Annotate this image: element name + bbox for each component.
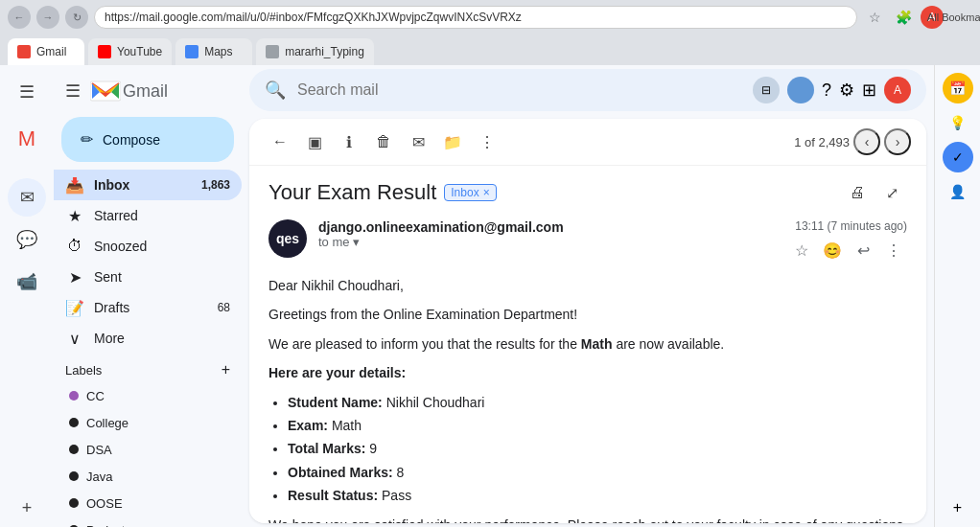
- sidebar-item-more[interactable]: ∨ More: [54, 323, 242, 354]
- move-to-button[interactable]: 📁: [437, 126, 468, 157]
- tab-youtube-label: YouTube: [117, 45, 162, 58]
- to-me-text: to me: [318, 235, 350, 249]
- starred-icon: ★: [65, 207, 84, 225]
- user-avatar[interactable]: A: [884, 77, 911, 103]
- cc-dot: [69, 391, 79, 401]
- inbox-count: 1,863: [201, 178, 230, 192]
- add-apps-icon[interactable]: +: [943, 493, 973, 523]
- email-subject-title: Your Exam Result: [268, 180, 436, 205]
- detail-item-2: Total Marks: 9: [288, 438, 907, 459]
- add-icon[interactable]: +: [8, 489, 46, 527]
- labels-header: Labels +: [65, 361, 230, 378]
- inbox-badge: Inbox ×: [444, 184, 496, 201]
- tab-gmail-label: Gmail: [36, 45, 66, 58]
- next-email-button[interactable]: ›: [884, 128, 911, 155]
- label-dsa-text: DSA: [86, 443, 112, 457]
- meet-icon[interactable]: 📹: [8, 263, 46, 301]
- oose-dot: [69, 498, 79, 508]
- mark-unread-button[interactable]: ✉: [403, 126, 433, 157]
- url-text: https://mail.google.com/mail/u/0/#inbox/…: [105, 11, 847, 24]
- more-message-button[interactable]: ⋮: [880, 237, 907, 264]
- sidebar-hamburger-icon[interactable]: ☰: [61, 77, 84, 105]
- java-dot: [69, 471, 79, 481]
- contacts-icon[interactable]: 👤: [943, 176, 973, 207]
- detail-item-1: Exam: Math: [288, 415, 907, 436]
- label-project-text: Project: [86, 523, 125, 528]
- settings-icon[interactable]: ⚙: [839, 80, 854, 101]
- label-cc[interactable]: CC: [65, 382, 230, 409]
- label-college[interactable]: College: [65, 409, 230, 436]
- drafts-count: 68: [218, 301, 230, 314]
- compose-pencil-icon: ✏: [81, 130, 93, 149]
- line2-suffix: are now available.: [616, 336, 724, 352]
- new-window-button[interactable]: ⤢: [876, 177, 907, 208]
- print-button[interactable]: 🖨: [842, 177, 873, 208]
- reply-button-header[interactable]: ↩: [850, 237, 876, 264]
- mail-nav-icon[interactable]: ✉: [8, 178, 46, 217]
- inbox-badge-close[interactable]: ×: [483, 186, 490, 199]
- label-java-text: Java: [86, 470, 112, 484]
- labels-section: Labels + CC College DSA Java OOSE: [54, 354, 242, 527]
- label-project[interactable]: Project: [65, 516, 230, 527]
- compose-button[interactable]: ✏ Compose: [61, 117, 234, 162]
- starred-label: Starred: [94, 208, 138, 223]
- chat-icon[interactable]: 💬: [8, 220, 46, 259]
- tab-gmail[interactable]: Gmail: [8, 38, 84, 65]
- gmail-text: Gmail: [123, 81, 168, 102]
- search-bar: 🔍 ⊟ ? ⚙ ⊞ A: [249, 69, 926, 111]
- back-to-list-button[interactable]: ←: [265, 126, 295, 157]
- prev-email-button[interactable]: ‹: [853, 128, 880, 155]
- details-header: Here are your details:: [268, 365, 406, 380]
- emoji-react-button[interactable]: 😊: [819, 237, 846, 264]
- sidebar-item-drafts[interactable]: 📝 Drafts 68: [54, 292, 242, 323]
- inbox-icon: 📥: [65, 176, 84, 195]
- subject-actions: 🖨 ⤢: [842, 177, 907, 208]
- calendar-icon[interactable]: 📅: [943, 73, 973, 103]
- help-icon[interactable]: ?: [822, 80, 831, 101]
- label-oose[interactable]: OOSE: [65, 490, 230, 516]
- star-message-button[interactable]: ☆: [788, 237, 815, 264]
- message-meta: django.onlineexamination@gmail.com to me…: [318, 219, 777, 249]
- browser-bar: ← → ↻ https://mail.google.com/mail/u/0/#…: [0, 0, 980, 34]
- snoozed-icon: ⏱: [65, 238, 84, 255]
- sender-to: to me ▾: [318, 235, 777, 249]
- sidebar-item-sent[interactable]: ➤ Sent: [54, 262, 242, 292]
- keep-icon[interactable]: 💡: [943, 107, 973, 138]
- detail-item-4: Result Status: Pass: [288, 485, 907, 506]
- star-icon[interactable]: ☆: [863, 6, 886, 29]
- extensions-icon[interactable]: 🧩: [892, 6, 915, 29]
- archive-button[interactable]: ▣: [299, 126, 330, 157]
- email-subject-area: Your Exam Result Inbox × 🖨 ⤢: [249, 166, 926, 216]
- tasks-icon[interactable]: ✓: [943, 142, 973, 172]
- labels-add-icon[interactable]: +: [222, 361, 230, 378]
- details-list: Student Name: Nikhil Choudhari Exam: Mat…: [288, 392, 907, 507]
- sidebar-item-starred[interactable]: ★ Starred: [54, 200, 242, 231]
- browser-actions: ☆ 🧩 A All Bookmarks: [863, 6, 972, 29]
- forward-button[interactable]: →: [36, 6, 59, 29]
- gmail-sidebar: ☰ Gmail ✏ Compose 📥 Inbox 1,863: [54, 65, 242, 527]
- filter-icon[interactable]: ⊟: [753, 77, 780, 103]
- sidebar-item-inbox[interactable]: 📥 Inbox 1,863: [54, 170, 242, 200]
- tab-typing[interactable]: mararhi_Typing: [256, 38, 374, 65]
- sidebar-item-snoozed[interactable]: ⏱ Snoozed: [54, 231, 242, 262]
- tab-maps[interactable]: Maps: [175, 38, 252, 65]
- reload-button[interactable]: ↻: [65, 6, 88, 29]
- label-dsa[interactable]: DSA: [65, 436, 230, 463]
- url-bar[interactable]: https://mail.google.com/mail/u/0/#inbox/…: [94, 6, 857, 29]
- gmail-logo-icon[interactable]: M: [18, 126, 35, 151]
- search-input[interactable]: [297, 81, 741, 99]
- delete-button[interactable]: 🗑: [368, 126, 399, 157]
- to-dropdown-icon[interactable]: ▾: [353, 235, 360, 249]
- status-indicator: [787, 77, 814, 103]
- snoozed-label: Snoozed: [94, 239, 147, 254]
- hamburger-menu-icon[interactable]: ☰: [8, 73, 46, 111]
- label-java[interactable]: Java: [65, 463, 230, 490]
- mail-icon-wrap: ✉: [8, 178, 46, 217]
- apps-icon[interactable]: ⊞: [862, 80, 876, 101]
- gmail-favicon: [17, 45, 31, 58]
- greeting-text: Dear Nikhil Choudhari,: [268, 275, 907, 296]
- more-actions-button[interactable]: ⋮: [472, 126, 502, 157]
- report-spam-button[interactable]: ℹ: [334, 126, 364, 157]
- back-button[interactable]: ←: [8, 6, 31, 29]
- tab-youtube[interactable]: YouTube: [88, 38, 172, 65]
